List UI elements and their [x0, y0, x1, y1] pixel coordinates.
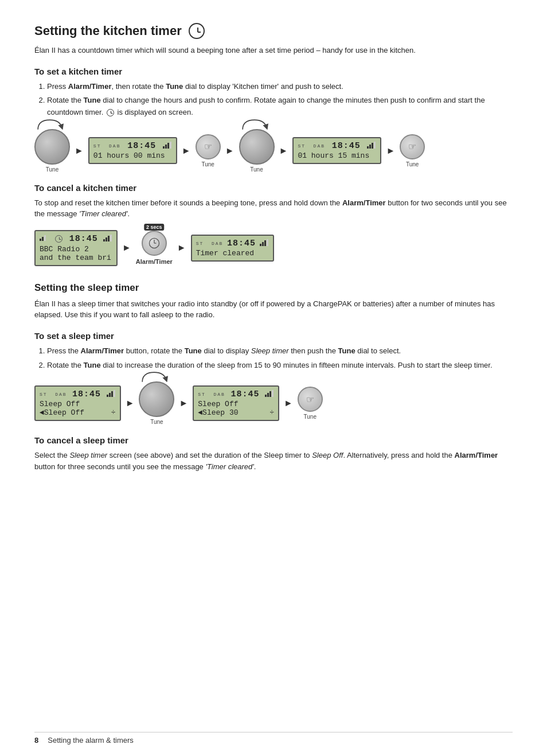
svg-rect-28	[107, 395, 108, 397]
svg-rect-11	[374, 142, 376, 149]
sleep-set-diagram: ST DAB 18:45 Sleep Off ◄Sleep Off ÷ ► Tu…	[34, 381, 513, 425]
svg-rect-33	[267, 393, 269, 397]
lcd-cancel-time1: 18:45	[69, 234, 98, 244]
lcd1-line1: 01 hours 00 mins	[93, 151, 172, 160]
kitchen-cancel-diagram: 18:45 BBC Radio 2 and the team bri ► 2 s…	[34, 230, 513, 266]
sleep-intro: Élan II has a sleep timer that switches …	[34, 298, 513, 321]
svg-rect-5	[165, 145, 167, 149]
inline-timer-icon	[107, 109, 114, 116]
tune-dial-2: Tune	[239, 129, 275, 173]
svg-rect-29	[109, 393, 111, 397]
kitchen-set-heading: To set a kitchen timer	[34, 67, 513, 76]
lcd2-time: 18:45	[332, 141, 361, 151]
lcd-sleep-1: ST DAB 18:45 Sleep Off ◄Sleep Off ÷	[34, 385, 121, 421]
lcd-cancel2-signal	[260, 239, 269, 248]
svg-rect-9	[369, 145, 371, 149]
kitchen-intro: Élan II has a countdown timer which will…	[34, 45, 513, 56]
lcd-sleep1-st-dab: ST DAB	[40, 392, 67, 397]
svg-rect-24	[260, 244, 261, 246]
lcd-1: ST DAB 18:45 01 hours 00 mins	[88, 137, 177, 164]
sleep-timer-title: Setting the sleep timer	[34, 282, 513, 294]
arrow-5: ►	[386, 146, 395, 156]
svg-rect-14	[44, 235, 46, 241]
timer-icon	[189, 23, 205, 39]
kitchen-step-1: Press Alarm/Timer, then rotate the Tune …	[47, 81, 513, 93]
arrow-2: ►	[182, 146, 191, 156]
arrow-3: ►	[225, 146, 235, 156]
lcd-sleep2-time: 18:45	[230, 389, 259, 399]
tune-label-push2: Tune	[406, 161, 419, 167]
lcd-sleep1-time: 18:45	[72, 389, 101, 399]
arrow-sleep-1: ►	[126, 398, 135, 408]
svg-rect-20	[110, 235, 112, 241]
kitchen-cancel-heading: To cancel a kitchen timer	[34, 183, 513, 193]
arrow-4: ►	[279, 146, 288, 156]
svg-rect-19	[108, 236, 110, 241]
arrow-sleep-3: ►	[284, 398, 293, 408]
svg-rect-7	[170, 142, 171, 149]
arrow-1: ►	[75, 146, 84, 156]
arrow-sleep-2: ►	[179, 398, 188, 408]
svg-rect-12	[40, 239, 41, 241]
alarm-timer-dial: 2 secs	[142, 231, 167, 256]
tune-label-1: Tune	[46, 166, 58, 173]
tune-label-2: Tune	[250, 166, 263, 173]
lcd-sleep-2: ST DAB 18:45 Sleep Off ◄Sleep 30 ÷	[193, 385, 279, 421]
svg-rect-30	[111, 391, 113, 397]
lcd-cancel-2: ST DAB 18:45 Timer cleared	[191, 235, 274, 262]
alarm-timer-group: 2 secs Alarm/Timer	[136, 231, 173, 265]
sleep-step-2: Rotate the Tune dial to increase the dur…	[47, 360, 513, 372]
lcd1-signal	[163, 142, 172, 150]
svg-rect-34	[269, 391, 271, 397]
lcd2-st-dab: ST DAB	[298, 143, 325, 149]
lcd2-signal	[367, 142, 376, 150]
lcd-sleep2-line1: Sleep Off	[198, 400, 274, 408]
kitchen-step-2: Rotate the Tune dial to change the hours…	[47, 95, 513, 119]
lcd1-time: 18:45	[127, 141, 156, 151]
svg-rect-26	[264, 240, 266, 246]
tune-label-push1: Tune	[201, 161, 214, 167]
svg-rect-8	[367, 146, 369, 149]
kitchen-set-diagram: Tune ► ST DAB 18:45 01 hours 00 mins ► T…	[34, 129, 513, 173]
lcd-sleep2-line2: ◄Sleep 30 ÷	[198, 408, 274, 417]
lcd-sleep2-st-dab: ST DAB	[198, 392, 225, 397]
svg-rect-35	[272, 390, 274, 397]
svg-rect-31	[114, 390, 115, 397]
lcd-sleep1-line1: Sleep Off	[40, 400, 116, 408]
tune-dial-sleep: Tune	[139, 381, 174, 425]
lcd-sleep1-signal	[107, 390, 116, 399]
footer-text: Setting the alarm & timers	[48, 736, 134, 745]
kitchen-cancel-text: To stop and reset the kitchen timer befo…	[34, 197, 513, 220]
svg-rect-10	[372, 143, 373, 149]
kitchen-timer-title-text: Setting the kitchen timer	[34, 24, 182, 38]
lcd-cancel2-st-dab: ST DAB	[196, 241, 224, 246]
lcd-cancel2-line1: Timer cleared	[196, 249, 269, 258]
kitchen-timer-title: Setting the kitchen timer	[34, 23, 513, 39]
lcd-sleep1-line2: ◄Sleep Off ÷	[40, 408, 116, 417]
lcd-sleep2-signal	[265, 390, 274, 399]
svg-rect-6	[167, 143, 169, 149]
svg-rect-18	[106, 237, 107, 241]
sleep-cancel-text: Select the Sleep timer screen (see above…	[34, 450, 513, 472]
svg-rect-13	[42, 237, 44, 241]
sleep-set-steps: Press the Alarm/Timer button, rotate the…	[47, 345, 513, 372]
arrow-cancel-1: ►	[122, 243, 131, 253]
lcd-cancel-signal-right	[103, 235, 112, 243]
lcd-cancel-signal-left	[40, 234, 49, 243]
arrow-cancel-2: ►	[177, 243, 186, 253]
sleep-step-1: Press the Alarm/Timer button, rotate the…	[47, 345, 513, 357]
svg-rect-25	[262, 242, 264, 246]
lcd-cancel2-time: 18:45	[227, 239, 256, 248]
svg-rect-32	[265, 395, 267, 397]
sleep-set-heading: To set a sleep timer	[34, 331, 513, 341]
svg-rect-17	[103, 239, 105, 241]
lcd-cancel-1: 18:45 BBC Radio 2 and the team bri	[34, 230, 118, 266]
svg-rect-4	[163, 146, 165, 149]
alarm-timer-text: Alarm/Timer	[136, 258, 173, 265]
lcd2-line1: 01 hours 15 mins	[298, 151, 376, 160]
kitchen-set-steps: Press Alarm/Timer, then rotate the Tune …	[47, 81, 513, 119]
svg-rect-27	[267, 239, 268, 246]
tune-dial-1: Tune	[34, 129, 70, 173]
sleep-cancel-heading: To cancel a sleep timer	[34, 435, 513, 445]
tune-label-push-sleep: Tune	[304, 414, 317, 420]
